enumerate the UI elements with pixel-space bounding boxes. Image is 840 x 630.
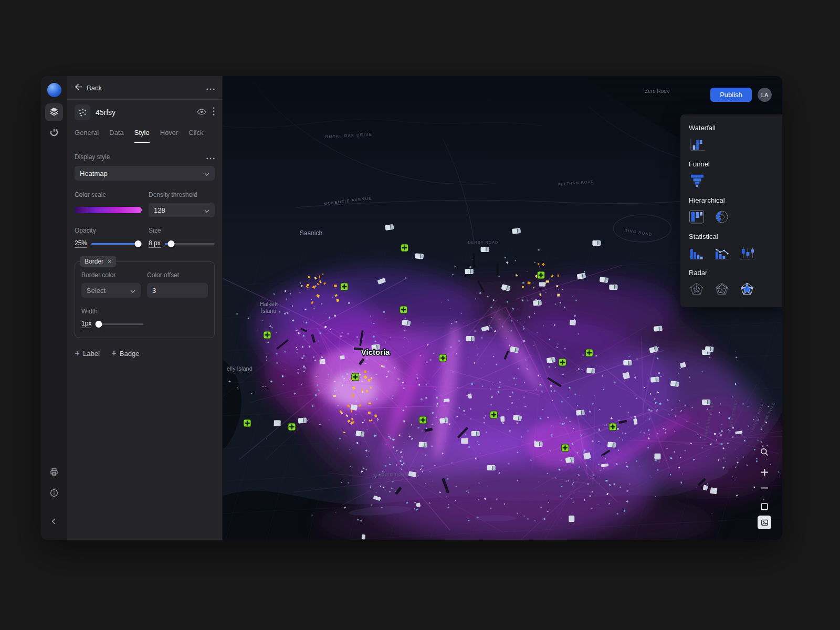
- color-offset-label: Color offset: [147, 271, 208, 279]
- publish-button[interactable]: Publish: [710, 88, 752, 102]
- chevron-down-icon: [204, 170, 209, 177]
- layer-row[interactable]: 45rfsy: [67, 100, 222, 125]
- radar-line-chart-icon[interactable]: [714, 282, 730, 297]
- layer-name: 45rfsy: [96, 108, 192, 117]
- svg-text:Halkett: Halkett: [260, 301, 278, 307]
- svg-text:Island: Island: [261, 308, 276, 314]
- panel-tabs: General Data Style Hover Click: [67, 125, 222, 143]
- layer-type-icon: [75, 104, 90, 120]
- panel-menu-button[interactable]: [206, 83, 215, 92]
- sunburst-chart-icon[interactable]: [714, 209, 730, 224]
- charts-nav-button[interactable]: [45, 124, 63, 142]
- border-width-control: 1px: [81, 320, 143, 328]
- tab-general[interactable]: General: [75, 129, 99, 143]
- app-window: Back 45rfsy General Data Styl: [41, 76, 782, 540]
- add-badge-text: Badge: [120, 350, 140, 358]
- color-offset-input[interactable]: 3: [147, 283, 208, 298]
- opacity-control: 25%: [75, 239, 142, 248]
- candlestick-chart-icon[interactable]: [739, 246, 755, 260]
- border-width-value[interactable]: 1px: [81, 320, 91, 328]
- opacity-value[interactable]: 25%: [75, 239, 87, 248]
- density-threshold-label: Density threshold: [149, 191, 215, 198]
- layers-nav-button[interactable]: [45, 103, 63, 121]
- map-search-button[interactable]: [758, 445, 771, 459]
- plus-icon: [75, 350, 80, 358]
- border-chip-label: Border: [85, 258, 103, 265]
- density-threshold-select[interactable]: 128: [149, 203, 215, 217]
- chart-type-picker: Waterfall Funnel Hierarchical: [680, 114, 782, 307]
- display-style-menu-button[interactable]: [206, 152, 215, 162]
- section-title-funnel: Funnel: [689, 160, 781, 168]
- radar-star-chart-icon-selected[interactable]: [739, 282, 755, 297]
- collapse-sidebar-button[interactable]: [45, 513, 63, 531]
- add-badge-button[interactable]: Badge: [111, 350, 140, 358]
- panel-header: Back: [67, 76, 222, 100]
- border-width-slider[interactable]: [96, 321, 143, 328]
- zoom-in-button[interactable]: [758, 465, 771, 479]
- pareto-chart-icon[interactable]: [713, 246, 730, 260]
- tab-click[interactable]: Click: [188, 129, 203, 143]
- density-threshold-value: 128: [154, 206, 165, 214]
- svg-text:Zero Rock: Zero Rock: [645, 88, 669, 94]
- map-area: Zero RockROYAL OAK DRIVEMCKENZIE AVENUES…: [223, 76, 782, 540]
- icon-rail: [41, 76, 67, 540]
- size-slider[interactable]: [165, 240, 215, 247]
- size-label: Size: [149, 227, 215, 234]
- waterfall-chart-icon[interactable]: [689, 137, 707, 152]
- color-scale-label: Color scale: [75, 191, 142, 198]
- plus-icon: [111, 350, 117, 358]
- border-color-value: Select: [87, 287, 106, 295]
- style-tab-content: Display style Heatmap Color scale Densit…: [67, 143, 222, 540]
- info-button[interactable]: [45, 485, 63, 503]
- section-title-hierarchical: Hierarchical: [689, 196, 781, 204]
- radar-web-chart-icon[interactable]: [689, 282, 705, 297]
- chevron-left-icon: [50, 517, 58, 528]
- add-label-button[interactable]: Label: [75, 350, 100, 358]
- back-button[interactable]: Back: [75, 83, 102, 92]
- opacity-slider[interactable]: [91, 240, 142, 247]
- add-label-text: Label: [83, 350, 100, 358]
- border-color-select[interactable]: Select: [81, 283, 141, 298]
- svg-text:Saanich: Saanich: [300, 229, 322, 237]
- chevron-down-icon: [130, 287, 135, 295]
- chevron-down-icon: [204, 206, 209, 214]
- display-style-select[interactable]: Heatmap: [75, 166, 215, 181]
- histogram-chart-icon[interactable]: [689, 246, 704, 260]
- display-style-value: Heatmap: [80, 170, 108, 177]
- border-settings-card: Border ✕ Border color Color offset Selec…: [75, 261, 215, 338]
- section-title-statistical: Statistical: [689, 233, 781, 240]
- layer-visibility-button[interactable]: [197, 108, 206, 117]
- fullscreen-button[interactable]: [758, 500, 771, 513]
- color-offset-value: 3: [152, 287, 156, 295]
- user-avatar[interactable]: LA: [758, 88, 772, 102]
- size-control: 8 px: [149, 239, 215, 248]
- info-icon: [49, 488, 59, 500]
- tab-hover[interactable]: Hover: [160, 129, 178, 143]
- section-title-radar: Radar: [689, 269, 781, 277]
- opacity-label: Opacity: [75, 227, 142, 234]
- funnel-chart-icon[interactable]: [689, 173, 706, 188]
- pie-chart-icon: [49, 128, 59, 139]
- svg-text:elly Island: elly Island: [227, 365, 253, 372]
- remove-border-icon[interactable]: ✕: [107, 258, 112, 265]
- display-style-label: Display style: [75, 153, 110, 161]
- section-title-waterfall: Waterfall: [689, 124, 781, 132]
- back-label: Back: [87, 84, 102, 92]
- layer-kebab-menu[interactable]: [213, 107, 215, 118]
- layers-icon: [49, 107, 59, 119]
- svg-text:Victoria: Victoria: [361, 348, 390, 356]
- print-button[interactable]: [45, 464, 63, 482]
- size-value[interactable]: 8 px: [149, 239, 161, 248]
- zoom-out-button[interactable]: [758, 481, 771, 495]
- border-chip[interactable]: Border ✕: [80, 256, 116, 267]
- basemap-image-button[interactable]: [758, 516, 771, 529]
- back-arrow-icon: [75, 83, 82, 92]
- tab-style[interactable]: Style: [134, 129, 150, 143]
- printer-icon: [49, 467, 59, 479]
- svg-text:DERBY ROAD: DERBY ROAD: [468, 240, 499, 244]
- icicle-chart-icon[interactable]: [689, 209, 705, 224]
- layer-panel: Back 45rfsy General Data Styl: [67, 76, 223, 540]
- tab-data[interactable]: Data: [109, 129, 123, 143]
- app-logo[interactable]: [47, 83, 61, 97]
- color-scale-swatch[interactable]: [75, 203, 142, 217]
